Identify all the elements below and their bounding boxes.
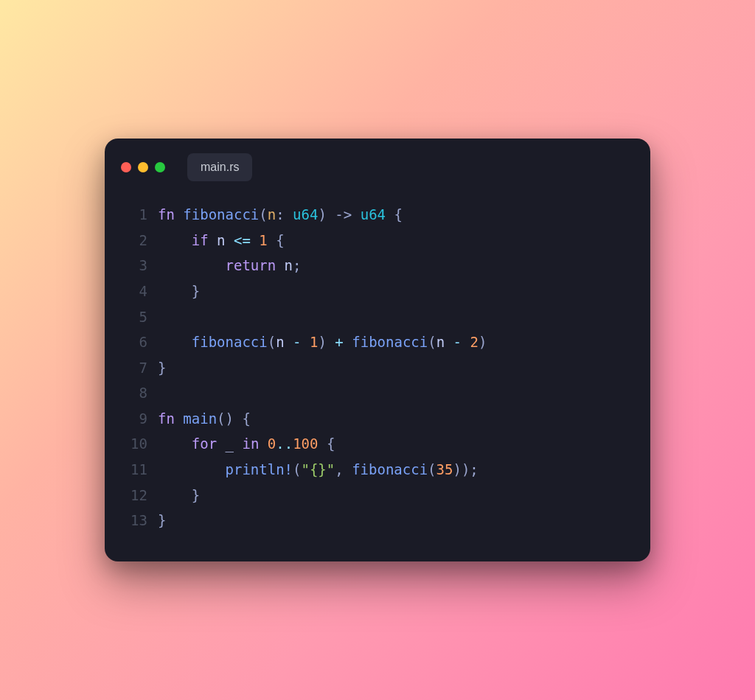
code-line: 6 fibonacci(n - 1) + fibonacci(n - 2): [116, 329, 633, 355]
code-content: fn fibonacci(n: u64) -> u64 {: [158, 202, 403, 228]
code-content: }: [158, 508, 166, 533]
code-content: }: [158, 355, 166, 381]
line-number: 3: [116, 253, 147, 279]
code-content: return n;: [158, 253, 302, 279]
code-line: 2 if n <= 1 {: [116, 228, 633, 253]
code-content: fn main() {: [158, 406, 251, 432]
line-number: 12: [116, 483, 147, 508]
traffic-lights: [121, 162, 165, 172]
line-number: 1: [116, 202, 147, 228]
code-line: 5: [116, 304, 633, 330]
line-number: 9: [116, 406, 147, 432]
code-line: 13}: [116, 508, 633, 533]
titlebar: main.rs: [105, 139, 650, 187]
close-icon[interactable]: [121, 162, 131, 172]
code-line: 8: [116, 380, 633, 406]
line-number: 13: [116, 508, 147, 533]
minimize-icon[interactable]: [138, 162, 148, 172]
code-area[interactable]: 1fn fibonacci(n: u64) -> u64 {2 if n <= …: [105, 187, 650, 541]
code-content: }: [158, 483, 200, 508]
code-content: for _ in 0..100 {: [158, 431, 335, 457]
line-number: 10: [116, 431, 147, 457]
code-line: 9fn main() {: [116, 406, 633, 432]
code-content: if n <= 1 {: [158, 228, 285, 253]
line-number: 5: [116, 304, 147, 330]
code-line: 1fn fibonacci(n: u64) -> u64 {: [116, 202, 633, 228]
line-number: 11: [116, 457, 147, 483]
tab-title: main.rs: [201, 161, 239, 173]
code-content: fibonacci(n - 1) + fibonacci(n - 2): [158, 329, 487, 355]
line-number: 6: [116, 329, 147, 355]
code-line: 7}: [116, 355, 633, 381]
line-number: 4: [116, 279, 147, 304]
editor-window: main.rs 1fn fibonacci(n: u64) -> u64 {2 …: [105, 139, 650, 561]
line-number: 8: [116, 380, 147, 406]
code-content: }: [158, 279, 200, 304]
line-number: 7: [116, 355, 147, 381]
code-content: println!("{}", fibonacci(35));: [158, 457, 479, 483]
code-line: 11 println!("{}", fibonacci(35));: [116, 457, 633, 483]
zoom-icon[interactable]: [155, 162, 165, 172]
file-tab[interactable]: main.rs: [187, 153, 252, 181]
code-line: 12 }: [116, 483, 633, 508]
code-line: 4 }: [116, 279, 633, 304]
code-line: 10 for _ in 0..100 {: [116, 431, 633, 457]
code-line: 3 return n;: [116, 253, 633, 279]
line-number: 2: [116, 228, 147, 253]
